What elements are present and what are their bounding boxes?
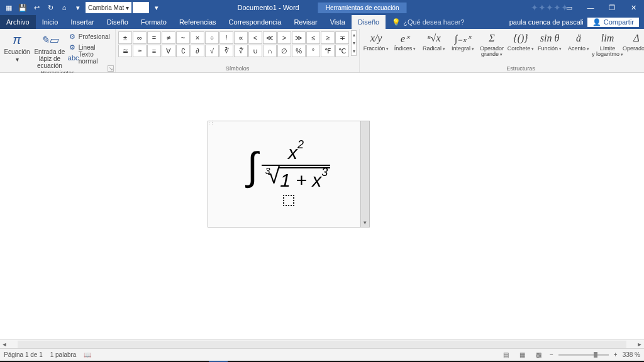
minimize-button[interactable]: — <box>580 0 601 15</box>
view-print-icon[interactable]: ▦ <box>517 351 528 359</box>
structure-corchete[interactable]: {()}Corchete <box>507 30 535 52</box>
symbol-cell[interactable]: ≡ <box>147 45 161 57</box>
symbol-cell[interactable]: √ <box>205 45 219 57</box>
symbol-cell[interactable]: ∝ <box>234 31 248 44</box>
tab-formato[interactable]: Formato <box>135 15 173 29</box>
quick-access-toolbar: ▦ 💾 ↩ ↻ ⌂ ▾ Cambria Mat▾ ▾ <box>0 1 163 14</box>
symbol-cell[interactable]: ∩ <box>263 45 277 57</box>
maximize-button[interactable]: ❐ <box>601 0 623 15</box>
home-icon[interactable]: ⌂ <box>58 1 70 14</box>
symbol-cell[interactable]: ∞ <box>133 31 147 44</box>
view-web-icon[interactable]: ▩ <box>533 351 545 359</box>
tell-me-search[interactable]: 💡 ¿Qué desea hacer? <box>386 15 470 29</box>
qat-more-icon[interactable]: ▾ <box>72 1 84 14</box>
zoom-in-icon[interactable]: + <box>614 351 618 358</box>
symbol-cell[interactable]: ∛ <box>219 45 233 57</box>
view-read-icon[interactable]: ▤ <box>501 351 512 359</box>
font-name: Cambria Mat <box>88 4 124 11</box>
symbol-cell[interactable]: > <box>277 31 291 44</box>
tab-inicio[interactable]: Inicio <box>36 15 65 29</box>
ribbon: π Ecuación ▾ ✎▭ Entrada de lápiz de ecua… <box>0 29 644 73</box>
symbol-cell[interactable]: ∀ <box>162 45 175 57</box>
symbol-cell[interactable]: ∂ <box>191 45 204 57</box>
equation-placeholder[interactable] <box>283 195 294 206</box>
tab-revisar[interactable]: Revisar <box>287 15 323 29</box>
symbol-cell[interactable]: ∓ <box>335 31 349 44</box>
dialog-launcher-herramientas[interactable]: ↘ <box>108 65 114 72</box>
normal-text-button[interactable]: abcTexto normal <box>68 53 113 63</box>
symbol-cell[interactable]: ÷ <box>205 31 219 44</box>
symbol-cell[interactable]: ± <box>118 31 132 44</box>
document-area[interactable]: ∫ x2 3 √ 1 + x3 ▾ <box>0 73 644 348</box>
symbol-gallery-more[interactable]: ▴▾▾ <box>351 30 357 56</box>
symbol-cell[interactable]: ≅ <box>118 45 132 57</box>
symbol-cell[interactable]: ≤ <box>306 31 320 44</box>
symbol-cell[interactable]: ℃ <box>335 45 349 57</box>
share-button[interactable]: 👤 Compartir <box>587 18 639 27</box>
ink-equation-button[interactable]: ✎▭ Entrada de lápiz de ecuación <box>33 30 67 69</box>
structure-icon: eˣ <box>401 31 409 46</box>
tab-diseno-equation[interactable]: Diseño <box>352 15 386 29</box>
tab-referencias[interactable]: Referencias <box>173 15 223 29</box>
equation-content[interactable]: ∫ x2 3 √ 1 + x3 <box>247 142 330 191</box>
symbol-cell[interactable]: ° <box>306 45 320 57</box>
word-count[interactable]: 1 palabra <box>50 351 77 358</box>
structure-operador[interactable]: ΣOperadorgrande <box>478 30 506 58</box>
symbol-cell[interactable]: < <box>248 31 262 44</box>
symbol-cell[interactable]: ∪ <box>248 45 262 57</box>
structure-índices[interactable]: eˣÍndices <box>391 30 419 52</box>
font-selector[interactable]: Cambria Mat▾ <box>86 2 131 13</box>
structure-icon: {()} <box>513 31 528 46</box>
symbol-cell[interactable]: ≈ <box>133 45 147 57</box>
structure-operador[interactable]: ΔOperador <box>623 30 644 52</box>
symbol-gallery[interactable]: ±∞=≠~×÷!∝<≪>≫≤≥∓ ≅≈≡∀∁∂√∛∜∪∩∅%°℉℃ <box>118 30 349 57</box>
structure-acento[interactable]: äAcento <box>565 30 592 52</box>
tab-file[interactable]: Archivo <box>0 15 36 29</box>
structure-fracción[interactable]: x/yFracción <box>362 30 390 52</box>
symbol-cell[interactable]: ≥ <box>321 31 335 44</box>
zoom-slider[interactable] <box>558 354 609 356</box>
symbol-cell[interactable]: % <box>292 45 306 57</box>
structure-límite[interactable]: limLímitey logaritmo <box>594 30 621 58</box>
horizontal-scrollbar[interactable]: ◄ ► <box>0 339 644 348</box>
equation-container[interactable]: ∫ x2 3 √ 1 + x3 ▾ <box>208 121 370 228</box>
symbol-cell[interactable]: ! <box>219 31 233 44</box>
scroll-track[interactable] <box>18 341 626 348</box>
close-button[interactable]: ✕ <box>623 0 644 15</box>
symbol-cell[interactable]: ≠ <box>162 31 175 44</box>
equation-button[interactable]: π Ecuación ▾ <box>3 30 31 63</box>
scroll-left-icon[interactable]: ◄ <box>0 341 9 348</box>
symbol-cell[interactable]: ℉ <box>321 45 335 57</box>
structure-icon: ∫₋ₓˣ <box>455 31 471 46</box>
scroll-right-icon[interactable]: ► <box>635 341 644 348</box>
tab-insertar[interactable]: Insertar <box>64 15 100 29</box>
symbol-cell[interactable]: ∁ <box>176 45 190 57</box>
spellcheck-icon[interactable]: 📖 <box>84 351 91 358</box>
symbol-cell[interactable]: ∜ <box>234 45 248 57</box>
tab-correspondencia[interactable]: Correspondencia <box>223 15 288 29</box>
symbol-cell[interactable]: = <box>147 31 161 44</box>
undo-icon[interactable]: ↩ <box>30 1 43 14</box>
page-indicator[interactable]: Página 1 de 1 <box>4 351 43 358</box>
save-icon[interactable]: 💾 <box>16 1 29 14</box>
font-size-box[interactable] <box>133 2 149 13</box>
qat-dropdown-icon[interactable]: ▾ <box>150 1 163 14</box>
zoom-level[interactable]: 338 % <box>623 351 640 358</box>
word-icon[interactable]: ▦ <box>3 1 15 14</box>
symbol-cell[interactable]: ~ <box>176 31 190 44</box>
professional-button[interactable]: ⚙Profesional <box>68 31 113 41</box>
structure-radical[interactable]: ⁿ√xRadical <box>420 30 448 52</box>
symbol-cell[interactable]: ∅ <box>277 45 291 57</box>
symbol-cell[interactable]: ≪ <box>263 31 277 44</box>
structure-función[interactable]: sin θFunción <box>536 30 564 52</box>
structure-icon: sin θ <box>540 31 560 46</box>
symbol-cell[interactable]: ≫ <box>292 31 306 44</box>
equation-dropdown-handle[interactable]: ▾ <box>360 121 369 227</box>
structure-integral[interactable]: ∫₋ₓˣIntegral <box>449 30 477 52</box>
symbol-cell[interactable]: × <box>191 31 204 44</box>
tab-diseno-page[interactable]: Diseño <box>101 15 135 29</box>
tab-vista[interactable]: Vista <box>324 15 352 29</box>
redo-icon[interactable]: ↻ <box>44 1 57 14</box>
zoom-out-icon[interactable]: − <box>550 351 553 358</box>
user-name[interactable]: paula cuenca de pascali <box>509 18 584 26</box>
